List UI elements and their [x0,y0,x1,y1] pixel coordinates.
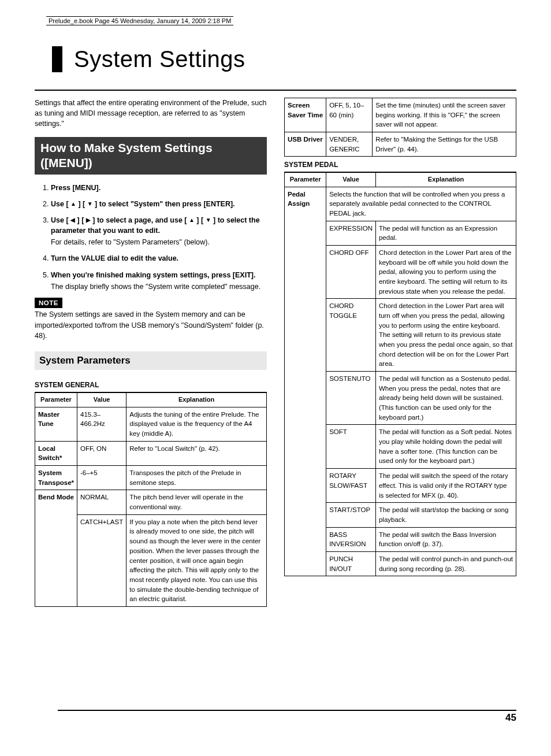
col-param: Parameter [285,172,326,187]
step-5: When you're finished making system setti… [51,270,267,292]
table-row: Local Switch* OFF, ON Refer to "Local Sw… [35,441,267,465]
intro-text: Settings that affect the entire operatin… [35,98,267,129]
subheading: System Parameters [35,351,267,370]
table-row: Master Tune 415.3–466.2Hz Adjusts the tu… [35,407,267,441]
page-number: 45 [505,712,516,724]
up-icon: ▲ [70,200,76,209]
left-column: Settings that affect the entire operatin… [35,98,267,607]
col-expl: Explanation [375,172,516,187]
table2-title: SYSTEM PEDAL [284,160,516,172]
table-system-general: Parameter Value Explanation Master Tune … [35,392,267,607]
right-column: Screen Saver Time OFF, 5, 10–60 (min) Se… [284,98,516,607]
step-3: Use [ ◀ ] [ ▶ ] to select a page, and us… [51,215,267,247]
title-area: System Settings [52,46,516,72]
table-system-pedal: Parameter Value Explanation Pedal Assign… [284,172,516,576]
down-icon: ▼ [206,216,211,225]
note-text: The System settings are saved in the Sys… [35,309,267,340]
table-row: Pedal Assign Selects the function that w… [285,187,516,221]
table1-title: SYSTEM GENERAL [35,380,267,392]
header-note: Prelude_e.book Page 45 Wednesday, Januar… [46,16,233,25]
page: Prelude_e.book Page 45 Wednesday, Januar… [0,0,551,756]
table-row: Bend Mode NORMAL The pitch bend lever wi… [35,490,267,514]
col-value: Value [326,172,376,187]
content-columns: Settings that affect the entire operatin… [35,90,516,607]
step-1: Press [MENU]. [51,183,267,193]
col-value: Value [77,392,126,407]
table-row: USB Driver VENDER, GENERIC Refer to "Mak… [285,132,516,157]
left-icon: ◀ [70,216,75,225]
table-system-general-cont: Screen Saver Time OFF, 5, 10–60 (min) Se… [284,98,516,157]
table-row: System Transpose* -6–+5 Transposes the p… [35,466,267,490]
right-icon: ▶ [86,216,91,225]
table-row: Screen Saver Time OFF, 5, 10–60 (min) Se… [285,98,516,132]
footer-rule [58,710,516,711]
down-icon: ▼ [87,200,93,209]
up-icon: ▲ [189,216,195,225]
col-param: Parameter [35,392,77,407]
step-2: Use [ ▲ ] [ ▼ ] to select "System" then … [51,199,267,209]
step-4: Turn the VALUE dial to edit the value. [51,253,267,264]
note-block: NOTE The System settings are saved in th… [35,298,267,341]
note-badge: NOTE [35,298,62,309]
col-expl: Explanation [126,392,267,407]
steps-list: Press [MENU]. Use [ ▲ ] [ ▼ ] to select … [35,183,267,292]
page-title: System Settings [74,46,516,72]
section-heading: How to Make System Settings ([MENU]) [35,137,267,174]
